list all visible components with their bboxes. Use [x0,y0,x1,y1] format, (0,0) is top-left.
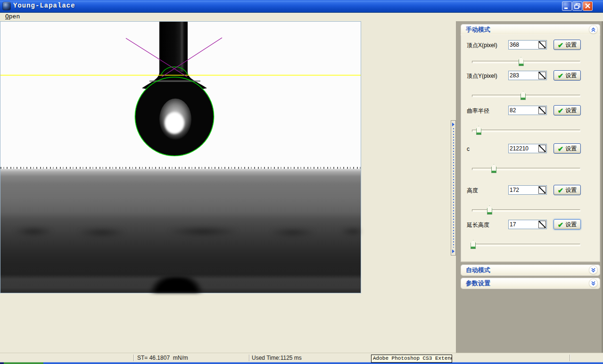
slider-thumb[interactable] [519,57,524,66]
set-button-label: 设置 [565,186,577,194]
manual-mode-header[interactable]: 手动模式 [461,25,600,35]
manual-mode-title: 手动模式 [466,26,490,33]
set-button-label: 设置 [565,145,577,153]
param-slider[interactable] [472,126,580,135]
spinner-up-icon[interactable]: ↑ [539,220,541,224]
spinner-up-icon[interactable]: ↑ [539,106,541,110]
splitter-dots [453,128,454,248]
set-button[interactable]: ✔ 设置 [553,219,581,230]
param-slider[interactable] [472,57,580,66]
taskbar-tooltip: Adobe Photoshop CS3 Extended [371,355,452,363]
check-icon: ✔ [558,221,564,228]
param-input[interactable] [510,186,537,194]
spinner-down-icon[interactable]: ↓ [544,110,546,115]
status-divider [133,355,134,361]
param-input[interactable] [510,221,537,228]
check-icon: ✔ [558,187,564,194]
param-input-wrap: ↑ ↓ [508,40,547,50]
expand-chevron-down-icon[interactable] [589,266,597,274]
spinner-down-icon[interactable]: ↓ [544,75,546,80]
taskbar-strip[interactable] [0,362,603,364]
spinner-updown[interactable]: ↑ ↓ [538,221,546,228]
slider-thumb[interactable] [487,206,492,215]
used-time-value: Used Time:1125 ms [252,355,302,361]
window-title: Young-Lapalace [13,2,75,9]
param-input-wrap: ↑ ↓ [508,185,547,195]
spinner-updown[interactable]: ↑ ↓ [538,186,546,194]
set-button[interactable]: ✔ 设置 [553,70,581,81]
minimize-button[interactable] [562,1,572,11]
spinner-down-icon[interactable]: ↓ [544,149,546,153]
param-input-wrap: ↑ ↓ [508,144,547,153]
param-slider[interactable] [472,206,580,215]
slider-track[interactable] [472,130,580,132]
param-input[interactable] [510,145,537,152]
slider-track[interactable] [472,95,580,97]
param-label: c [467,144,470,154]
spinner-up-icon[interactable]: ↑ [539,71,541,75]
param-slider[interactable] [472,91,580,100]
param-input-wrap: ↑ ↓ [508,106,547,115]
manual-pane-body: 顶点X(pixel) ↑ ↓ ✔ 设置 顶点Y(pixel) ↑ ↓ ✔ 设置 [461,35,600,262]
auto-mode-header[interactable]: 自动模式 [461,265,600,275]
surface-tension-value: ST= 46.1807 mN/m [137,355,188,361]
drop-highlight-core [165,112,184,134]
spinner-updown[interactable]: ↑ ↓ [538,41,546,49]
param-input[interactable] [510,107,537,114]
set-button-label: 设置 [565,72,577,80]
spinner-up-icon[interactable]: ↑ [539,144,541,149]
app-icon [3,2,10,10]
param-settings-header[interactable]: 参数设置 [461,278,600,289]
set-button[interactable]: ✔ 设置 [553,105,581,116]
spinner-up-icon[interactable]: ↑ [539,40,541,45]
slider-thumb[interactable] [471,240,476,249]
spinner-updown[interactable]: ↑ ↓ [538,107,546,114]
param-row: 高度 ↑ ↓ ✔ 设置 [461,185,600,196]
param-label: 高度 [467,185,478,196]
title-bar: Young-Lapalace [0,0,603,13]
slider-track[interactable] [472,244,580,246]
close-icon [583,2,592,10]
param-slider[interactable] [472,240,580,249]
application-window: Young-Lapalace Open [0,0,603,364]
menu-bar: Open [0,13,603,21]
splitter-arrow-bottom-icon [452,249,454,253]
set-button[interactable]: ✔ 设置 [553,185,581,195]
param-slider[interactable] [472,164,580,173]
collapse-chevron-up-icon[interactable] [589,25,597,33]
spinner-down-icon[interactable]: ↓ [544,45,546,50]
menu-open[interactable]: Open [3,13,22,20]
slider-thumb[interactable] [520,91,526,100]
menu-open-accel: O [5,13,9,20]
set-button-label: 设置 [565,221,577,229]
spinner-updown[interactable]: ↑ ↓ [538,72,546,79]
restore-icon [573,2,582,10]
param-row: 顶点X(pixel) ↑ ↓ ✔ 设置 [461,40,600,50]
param-input[interactable] [510,72,537,79]
slider-thumb[interactable] [491,164,496,173]
slider-track[interactable] [472,168,580,170]
status-divider [249,355,250,361]
panel-splitter[interactable] [451,120,456,256]
slider-thumb[interactable] [476,126,481,135]
drop-image-viewer [0,21,361,293]
param-input[interactable] [510,41,537,49]
spinner-down-icon[interactable]: ↓ [544,190,546,195]
spinner-updown[interactable]: ↑ ↓ [538,145,546,152]
menu-open-rest: pen [9,13,20,20]
restore-button[interactable] [572,1,582,11]
spinner-down-icon[interactable]: ↓ [544,224,546,229]
expand-chevron-down-icon[interactable] [589,279,597,287]
minimize-icon [562,2,571,10]
auto-mode-title: 自动模式 [466,266,490,273]
param-row: 延长高度 ↑ ↓ ✔ 设置 [461,220,600,230]
spinner-up-icon[interactable]: ↑ [539,185,541,190]
set-button[interactable]: ✔ 设置 [553,40,581,50]
set-button[interactable]: ✔ 设置 [553,143,581,154]
param-input-wrap: ↑ ↓ [508,71,547,80]
slider-track[interactable] [472,61,580,63]
param-row: 曲率半径 ↑ ↓ ✔ 设置 [461,106,600,116]
param-row: c ↑ ↓ ✔ 设置 [461,144,600,154]
param-label: 曲率半径 [467,106,489,116]
close-button[interactable] [583,1,593,11]
